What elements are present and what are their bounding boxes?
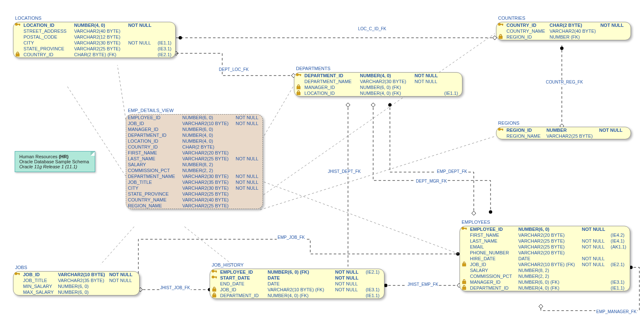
- column-nullability: [234, 126, 262, 132]
- column-type: NUMBER(4, 0) (FK): [266, 293, 333, 298]
- column-type: VARCHAR2(10 BYTE): [56, 272, 107, 277]
- column-nullability: NOT NULL: [580, 226, 609, 232]
- column-row[interactable]: COUNTRY_IDCHAR(2 BYTE): [126, 144, 262, 150]
- column-row[interactable]: CITYVARCHAR2(30 BYTE)NOT NULL(IE1.1): [13, 40, 175, 46]
- column-row[interactable]: REGION_NAMEVARCHAR2(25 BYTE): [126, 203, 262, 209]
- column-type: VARCHAR2(25 BYTE): [73, 46, 127, 52]
- column-row[interactable]: MANAGER_IDNUMBER(6, 0) (FK)(IE3.1): [460, 279, 630, 285]
- column-index: [156, 22, 175, 28]
- key-icon: [496, 22, 505, 28]
- key-icon: [210, 269, 218, 275]
- fk-label: JHIST_EMP_FK: [407, 282, 439, 287]
- column-name: JOB_ID: [468, 261, 517, 267]
- column-row[interactable]: DEPARTMENT_IDNUMBER(4, 0): [126, 132, 262, 138]
- column-row[interactable]: LAST_NAMEVARCHAR2(25 BYTE)NOT NULL: [126, 156, 262, 162]
- entity-jobs[interactable]: JOBSJOB_IDVARCHAR2(10 BYTE)NOT NULLJOB_T…: [13, 271, 140, 295]
- column-row[interactable]: STATE_PROVINCEVARCHAR2(25 BYTE)(IE3.1): [13, 46, 175, 52]
- column-type: CHAR(2 BYTE): [548, 22, 599, 28]
- entity-departments[interactable]: DEPARTMENTSDEPARTMENT_IDNUMBER(4, 0)NOT …: [294, 72, 462, 97]
- column-row[interactable]: COUNTRY_NAMEVARCHAR2(40 BYTE): [496, 28, 631, 34]
- column-row[interactable]: EMPLOYEE_IDNUMBER(6, 0)NOT NULL: [126, 115, 262, 120]
- entity-countries[interactable]: COUNTRIESCOUNTRY_IDCHAR(2 BYTE)NOT NULLC…: [496, 22, 631, 40]
- column-row[interactable]: COUNTRY_IDCHAR(2 BYTE) (FK)(IE2.1): [13, 52, 175, 58]
- column-row[interactable]: EMPLOYEE_IDNUMBER(6, 0)NOT NULL: [460, 226, 630, 232]
- column-type: VARCHAR2(25 BYTE): [545, 133, 597, 139]
- column-row[interactable]: REGION_IDNUMBER (FK): [496, 34, 631, 40]
- blank-icon: [13, 283, 21, 289]
- column-row[interactable]: COUNTRY_NAMEVARCHAR2(40 BYTE): [126, 197, 262, 203]
- column-row[interactable]: LAST_NAMEVARCHAR2(25 BYTE)NOT NULL(IE4.1…: [460, 238, 630, 244]
- column-row[interactable]: REGION_IDNUMBERNOT NULL: [496, 127, 631, 133]
- entity-employees[interactable]: EMPLOYEESEMPLOYEE_IDNUMBER(6, 0)NOT NULL…: [460, 226, 630, 291]
- entity-emp_details_view[interactable]: EMP_DETAILS_VIEWEMPLOYEE_IDNUMBER(6, 0)N…: [126, 114, 263, 209]
- column-index: [135, 283, 139, 289]
- column-row[interactable]: SALARYNUMBER(8, 2): [126, 162, 262, 167]
- blank-icon: [496, 133, 505, 139]
- column-row[interactable]: REGION_NAMEVARCHAR2(25 BYTE): [496, 133, 631, 139]
- column-row[interactable]: COMMISSION_PCTNUMBER(2, 2): [126, 167, 262, 173]
- entity-locations[interactable]: LOCATIONSLOCATION_IDNUMBER(4, 0)NOT NULL…: [13, 22, 176, 58]
- column-nullability: [413, 84, 443, 90]
- column-row[interactable]: FIRST_NAMEVARCHAR2(20 BYTE)(IE4.2): [460, 232, 630, 238]
- column-name: LOCATION_ID: [22, 22, 73, 28]
- column-type: NUMBER(4, 0): [73, 22, 127, 28]
- column-row[interactable]: DEPARTMENT_NAMEVARCHAR2(30 BYTE)NOT NULL: [294, 78, 462, 84]
- key-icon: [496, 127, 505, 133]
- blank-icon: [13, 40, 22, 46]
- column-name: MANAGER_ID: [126, 126, 181, 132]
- column-name: MIN_SALARY: [21, 283, 56, 289]
- column-row[interactable]: START_DATEDATENOT NULL: [210, 275, 384, 281]
- column-type: VARCHAR2(30 BYTE): [358, 78, 413, 84]
- column-row[interactable]: JOB_IDVARCHAR2(10 BYTE)NOT NULL: [126, 120, 262, 126]
- column-nullability: [580, 250, 609, 256]
- column-type: VARCHAR2(30 BYTE): [181, 173, 234, 179]
- column-row[interactable]: STREET_ADDRESSVARCHAR2(40 BYTE): [13, 28, 175, 34]
- blank-icon: [13, 34, 22, 40]
- column-name: JOB_TITLE: [126, 179, 181, 185]
- column-row[interactable]: FIRST_NAMEVARCHAR2(20 BYTE): [126, 150, 262, 156]
- column-row[interactable]: DEPARTMENT_IDNUMBER(4, 0)NOT NULL: [294, 73, 462, 78]
- column-row[interactable]: MANAGER_IDNUMBER(6, 0) (FK): [294, 84, 462, 90]
- entity-regions[interactable]: REGIONSREGION_IDNUMBERNOT NULLREGION_NAM…: [496, 127, 631, 139]
- column-row[interactable]: STATE_PROVINCEVARCHAR2(25 BYTE): [126, 191, 262, 197]
- column-row[interactable]: DEPARTMENT_IDNUMBER(4, 0) (FK)(IE1.1): [210, 293, 384, 298]
- column-type: NUMBER(2, 2): [517, 273, 580, 279]
- column-row[interactable]: EMPLOYEE_IDNUMBER(6, 0) (FK)NOT NULL(IE2…: [210, 269, 384, 275]
- column-row[interactable]: SALARYNUMBER(8, 2): [460, 267, 630, 273]
- column-index: (IE3.1): [156, 46, 175, 52]
- column-row[interactable]: JOB_TITLEVARCHAR2(35 BYTE)NOT NULL: [126, 179, 262, 185]
- column-row[interactable]: CITYVARCHAR2(30 BYTE)NOT NULL: [126, 185, 262, 191]
- column-name: SALARY: [126, 162, 181, 167]
- column-row[interactable]: END_DATEDATENOT NULL: [210, 281, 384, 287]
- column-nullability: NOT NULL: [234, 179, 262, 185]
- column-row[interactable]: MAX_SALARYNUMBER(6, 0): [13, 289, 139, 295]
- column-nullability: [234, 203, 262, 209]
- column-row[interactable]: JOB_TITLEVARCHAR2(35 BYTE)NOT NULL: [13, 277, 139, 283]
- column-row[interactable]: MIN_SALARYNUMBER(6, 0): [13, 283, 139, 289]
- entity-title: REGIONS: [498, 120, 519, 126]
- column-row[interactable]: LOCATION_IDNUMBER(4, 0): [126, 138, 262, 144]
- column-nullability: NOT NULL: [597, 127, 626, 133]
- column-row[interactable]: PHONE_NUMBERVARCHAR2(20 BYTE): [460, 250, 630, 256]
- column-row[interactable]: POSTAL_CODEVARCHAR2(12 BYTE): [13, 34, 175, 40]
- lock-icon: [210, 293, 218, 298]
- column-row[interactable]: LOCATION_IDNUMBER(4, 0) (FK)(IE1.1): [294, 90, 462, 96]
- column-row[interactable]: MANAGER_IDNUMBER(6, 0): [126, 126, 262, 132]
- column-row[interactable]: LOCATION_IDNUMBER(4, 0)NOT NULL: [13, 22, 175, 28]
- column-row[interactable]: COUNTRY_IDCHAR(2 BYTE)NOT NULL: [496, 22, 631, 28]
- entity-job_history[interactable]: JOB_HISTORYEMPLOYEE_IDNUMBER(6, 0) (FK)N…: [210, 269, 384, 299]
- svg-rect-30: [213, 295, 216, 297]
- entity-title: JOBS: [15, 265, 27, 270]
- column-row[interactable]: JOB_IDVARCHAR2(10 BYTE)NOT NULL: [13, 272, 139, 277]
- column-row[interactable]: COMMISSION_PCTNUMBER(2, 2): [460, 273, 630, 279]
- column-row[interactable]: JOB_IDVARCHAR2(10 BYTE) (FK)NOT NULL(IE3…: [210, 287, 384, 293]
- column-type: VARCHAR2(25 BYTE): [181, 191, 234, 197]
- column-row[interactable]: DEPARTMENT_NAMEVARCHAR2(30 BYTE)NOT NULL: [126, 173, 262, 179]
- column-type: VARCHAR2(10 BYTE): [181, 120, 234, 126]
- column-row[interactable]: JOB_IDVARCHAR2(10 BYTE) (FK)NOT NULL(IE2…: [460, 261, 630, 267]
- column-nullability: NOT NULL: [333, 269, 364, 275]
- column-type: NUMBER(6, 0) (FK): [517, 279, 580, 285]
- column-row[interactable]: HIRE_DATEDATENOT NULL: [460, 256, 630, 261]
- column-row[interactable]: EMAILVARCHAR2(25 BYTE)NOT NULL(AK1.1): [460, 244, 630, 250]
- column-row[interactable]: DEPARTMENT_IDNUMBER(4, 0) (FK)(IE1.1): [460, 285, 630, 291]
